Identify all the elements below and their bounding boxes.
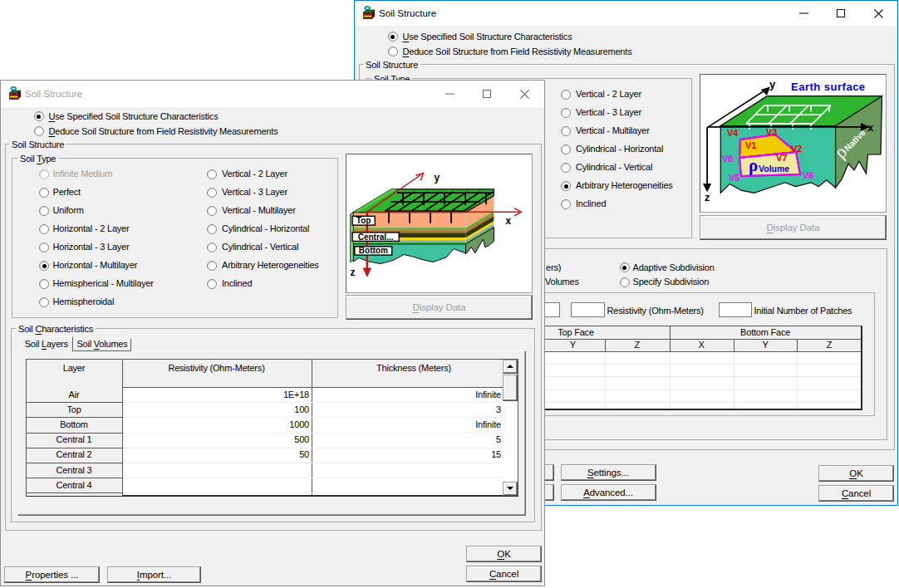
svg-text:z: z: [351, 267, 356, 278]
svg-text:x: x: [506, 215, 512, 227]
svg-text:Earth surface: Earth surface: [791, 81, 866, 93]
svg-text:V8: V8: [722, 154, 733, 164]
svg-text:z: z: [705, 191, 710, 203]
svg-text:V6: V6: [803, 170, 813, 180]
svg-text:Bottom: Bottom: [359, 246, 388, 255]
svg-text:V5: V5: [729, 173, 739, 183]
svg-text:V7: V7: [776, 153, 787, 163]
svg-text:Volume: Volume: [759, 164, 789, 174]
svg-text:V2: V2: [791, 144, 802, 154]
svg-text:x: x: [867, 121, 874, 134]
svg-text:y: y: [769, 78, 776, 91]
svg-text:Top: Top: [356, 216, 371, 225]
svg-text:V4: V4: [727, 128, 739, 138]
svg-text:V3: V3: [766, 127, 777, 137]
svg-text:Central...: Central...: [358, 233, 394, 242]
svg-text:V1: V1: [745, 140, 756, 150]
svg-text:ρ: ρ: [749, 155, 758, 175]
svg-text:y: y: [435, 172, 440, 184]
